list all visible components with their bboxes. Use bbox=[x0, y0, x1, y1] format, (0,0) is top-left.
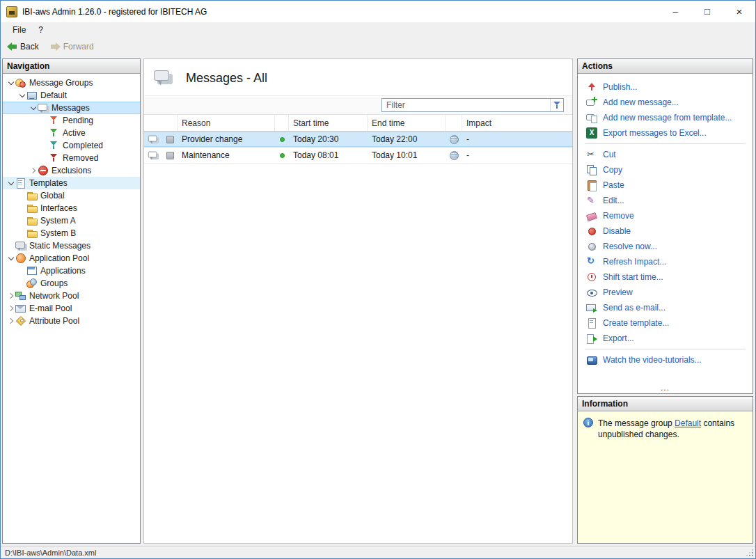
tree-item-messages[interactable]: Messages bbox=[3, 102, 140, 114]
page-title-row: Messages - All bbox=[144, 59, 572, 95]
chevron-down-icon[interactable] bbox=[29, 104, 38, 112]
static-messages-icon bbox=[15, 240, 26, 251]
tree-item-interfaces[interactable]: Interfaces bbox=[3, 202, 140, 214]
chevron-right-icon[interactable] bbox=[7, 317, 15, 325]
action-export-messages-to-excel[interactable]: Export messages to Excel... bbox=[578, 125, 753, 141]
tree-item-templates[interactable]: Templates bbox=[3, 177, 140, 189]
action-refresh-impact[interactable]: Refresh Impact... bbox=[578, 254, 753, 269]
tree-item-label: Static Messages bbox=[29, 241, 90, 251]
group-icon bbox=[26, 90, 38, 101]
action-publish[interactable]: Publish... bbox=[578, 79, 753, 95]
action-watch-the-video-tutorials[interactable]: Watch the video-tutorials... bbox=[578, 352, 753, 368]
table-row-provider-change[interactable]: Provider changeToday 20:30Today 22:00- bbox=[144, 132, 572, 148]
action-label: Create template... bbox=[603, 318, 669, 328]
tree-item-removed[interactable]: Removed bbox=[3, 152, 140, 164]
maximize-button[interactable]: □ bbox=[691, 1, 723, 22]
tree-item-system-a[interactable]: System A bbox=[3, 214, 140, 227]
resolve-icon bbox=[586, 241, 597, 252]
forward-button[interactable]: Forward bbox=[47, 40, 97, 53]
action-send-as-e-mail[interactable]: Send as e-mail... bbox=[578, 300, 753, 315]
chevron-right-icon[interactable] bbox=[7, 292, 15, 300]
action-export[interactable]: Export... bbox=[578, 331, 753, 346]
tree-item-label: Global bbox=[40, 191, 65, 200]
column-header-icons bbox=[144, 115, 178, 131]
action-edit[interactable]: Edit... bbox=[578, 193, 753, 208]
default-group-link[interactable]: Default bbox=[675, 418, 701, 428]
tree-item-global[interactable]: Global bbox=[3, 189, 140, 202]
action-shift-start-time[interactable]: Shift start time... bbox=[578, 269, 753, 285]
tree-item-groups[interactable]: Groups bbox=[3, 277, 140, 290]
actions-overflow[interactable]: ... bbox=[578, 381, 753, 393]
publish-state-icon bbox=[166, 136, 174, 143]
action-add-new-message-from-template[interactable]: Add new message from template... bbox=[578, 110, 753, 125]
edit-icon bbox=[586, 195, 597, 206]
close-button[interactable]: × bbox=[723, 1, 755, 22]
action-resolve-now[interactable]: Resolve now... bbox=[578, 239, 753, 254]
column-header-impact-icon bbox=[446, 115, 462, 131]
chevron-down-icon[interactable] bbox=[7, 79, 15, 87]
chevron-down-icon[interactable] bbox=[18, 91, 26, 100]
tree-item-application-pool[interactable]: Application Pool bbox=[3, 252, 140, 265]
chevron-right-icon[interactable] bbox=[29, 166, 38, 175]
column-header-end-time[interactable]: End time bbox=[368, 115, 446, 131]
forward-label: Forward bbox=[63, 42, 94, 52]
right-column: Actions Publish...Add new message...Add … bbox=[577, 58, 753, 544]
tree-item-attribute-pool[interactable]: Attribute Pool bbox=[3, 315, 140, 327]
action-add-new-message[interactable]: Add new message... bbox=[578, 95, 753, 110]
action-label: Publish... bbox=[603, 82, 637, 92]
column-header-impact[interactable]: Impact bbox=[462, 115, 572, 131]
tree-item-system-b[interactable]: System B bbox=[3, 227, 140, 239]
filter-input[interactable] bbox=[382, 100, 550, 110]
chevron-placeholder bbox=[18, 267, 26, 275]
action-label: Disable bbox=[603, 226, 631, 236]
tree-item-pending[interactable]: Pending bbox=[3, 114, 140, 127]
table-row-maintenance[interactable]: MaintenanceToday 08:01Today 10:01- bbox=[144, 148, 572, 164]
chevron-placeholder bbox=[18, 216, 26, 225]
action-create-template[interactable]: Create template... bbox=[578, 315, 753, 331]
info-icon bbox=[583, 418, 593, 427]
action-paste[interactable]: Paste bbox=[578, 178, 753, 193]
chevron-right-icon[interactable] bbox=[7, 304, 15, 313]
tree-item-e-mail-pool[interactable]: E-mail Pool bbox=[3, 302, 140, 315]
menu-help[interactable]: ? bbox=[32, 23, 49, 37]
add-message-icon bbox=[586, 97, 597, 108]
chevron-down-icon[interactable] bbox=[7, 254, 15, 262]
resize-grip[interactable] bbox=[746, 549, 753, 556]
filter-funnel-icon[interactable] bbox=[550, 99, 563, 111]
navigation-panel: Navigation Message GroupsDefaultMessages… bbox=[2, 58, 141, 544]
action-label: Shift start time... bbox=[603, 272, 663, 282]
action-copy[interactable]: Copy bbox=[578, 162, 753, 178]
column-header-start-time[interactable]: Start time bbox=[289, 115, 368, 131]
start-time-cell: Today 20:30 bbox=[293, 134, 338, 144]
action-remove[interactable]: Remove bbox=[578, 208, 753, 223]
chevron-placeholder bbox=[40, 154, 49, 162]
active-icon bbox=[49, 127, 60, 139]
page-title: Messages - All bbox=[186, 71, 267, 86]
tree-item-applications[interactable]: Applications bbox=[3, 265, 140, 277]
tree-item-static-messages[interactable]: Static Messages bbox=[3, 239, 140, 252]
menu-file[interactable]: File bbox=[6, 23, 32, 37]
titlebar: IBI-aws Admin 1.26.0 - registered for IB… bbox=[1, 1, 755, 22]
chevron-down-icon[interactable] bbox=[7, 179, 15, 187]
tree-item-completed[interactable]: Completed bbox=[3, 139, 140, 152]
back-label: Back bbox=[20, 42, 39, 52]
column-header-reason[interactable]: Reason bbox=[178, 115, 275, 131]
tree-item-active[interactable]: Active bbox=[3, 127, 140, 139]
main-panel: Messages - All Reason Start time End tim… bbox=[143, 58, 573, 544]
tree-item-label: Active bbox=[63, 128, 86, 138]
folder-icon bbox=[26, 203, 38, 214]
action-cut[interactable]: Cut bbox=[578, 147, 753, 162]
info-text-before: The message group bbox=[598, 418, 675, 428]
minimize-button[interactable]: – bbox=[659, 1, 691, 22]
cut-icon bbox=[586, 149, 597, 160]
pending-icon bbox=[49, 115, 60, 126]
action-disable[interactable]: Disable bbox=[578, 223, 753, 239]
tree-item-message-groups[interactable]: Message Groups bbox=[3, 77, 140, 89]
action-preview[interactable]: Preview bbox=[578, 285, 753, 300]
tree-item-default[interactable]: Default bbox=[3, 89, 140, 102]
tree-item-network-pool[interactable]: Network Pool bbox=[3, 290, 140, 302]
message-groups-icon bbox=[15, 77, 26, 88]
folder-icon bbox=[26, 215, 38, 226]
back-button[interactable]: Back bbox=[3, 40, 42, 53]
tree-item-exclusions[interactable]: Exclusions bbox=[3, 164, 140, 177]
